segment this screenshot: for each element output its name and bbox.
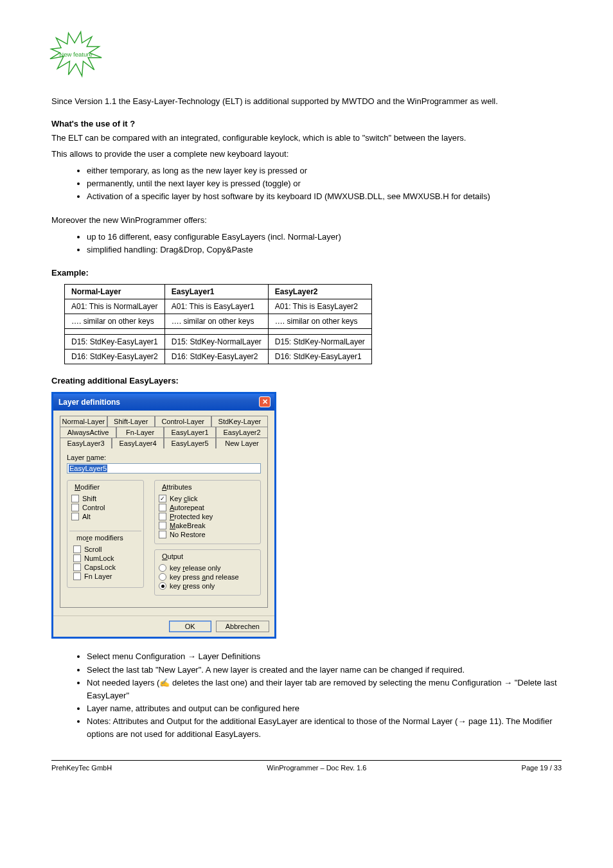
attributes-legend: Attributes bbox=[160, 483, 193, 491]
table-row: D15: StdKey-EasyLayer1D15: StdKey-Normal… bbox=[65, 335, 372, 350]
checkbox-scroll[interactable] bbox=[73, 545, 81, 553]
tab-alwaysactive[interactable]: AlwaysActive bbox=[60, 427, 116, 438]
bullet-item: Not needed layers (✍ deletes the last on… bbox=[87, 677, 562, 702]
checkbox-shift[interactable] bbox=[71, 495, 79, 502]
checkbox-capslock[interactable] bbox=[73, 563, 81, 571]
bullet-list-1: either temporary, as long as the new lay… bbox=[51, 164, 562, 203]
bullet-item: simplified handling: Drag&Drop, Copy&Pas… bbox=[87, 244, 562, 256]
table-row: A01: This is NormalLayerA01: This is Eas… bbox=[65, 299, 372, 314]
table-row: D16: StdKey-EasyLayer2D16: StdKey-EasyLa… bbox=[65, 350, 372, 364]
tab-stdkey-layer[interactable]: StdKey-Layer bbox=[211, 416, 268, 427]
layer-name-label: Layer name: bbox=[67, 454, 261, 461]
tab-easylayer5[interactable]: EasyLayer5 bbox=[164, 438, 216, 448]
creating-bullets: Select menu Configuration → Layer Defini… bbox=[51, 650, 562, 741]
attributes-fieldset: Attributes ✓Key click Autorepeat Protect… bbox=[154, 480, 261, 544]
modifier-fieldset: Modifier Shift Control Alt more modifier… bbox=[67, 480, 144, 588]
checkbox-autorepeat[interactable] bbox=[159, 504, 166, 511]
example-table: Normal-Layer EasyLayer1 EasyLayer2 A01: … bbox=[64, 284, 372, 364]
creating-title: Creating additional EasyLayers: bbox=[51, 376, 562, 385]
output-fieldset: Output key release only key press and re… bbox=[154, 549, 261, 596]
checkbox-numlock[interactable] bbox=[73, 554, 81, 562]
section-whats-use-title: What's the use of it ? bbox=[51, 119, 562, 128]
table-header: EasyLayer1 bbox=[164, 285, 268, 299]
tab-control-layer[interactable]: Control-Layer bbox=[155, 416, 211, 427]
table-row bbox=[65, 329, 372, 335]
example-title: Example: bbox=[51, 268, 562, 278]
bullets-intro-1: This allows to provide the user a comple… bbox=[51, 148, 562, 161]
tab-easylayer4[interactable]: EasyLayer4 bbox=[112, 438, 164, 448]
checkbox-makebreak[interactable] bbox=[159, 522, 166, 529]
ok-button[interactable]: OK bbox=[169, 621, 211, 632]
table-header-row: Normal-Layer EasyLayer1 EasyLayer2 bbox=[65, 285, 372, 299]
bullet-item: either temporary, as long as the new lay… bbox=[87, 164, 562, 177]
tabs-container: Normal-Layer Shift-Layer Control-Layer S… bbox=[60, 416, 268, 608]
dialog-titlebar[interactable]: Layer definitions ✕ bbox=[53, 394, 274, 411]
bullet-item: Select the last tab "New Layer". A new l… bbox=[87, 664, 562, 677]
table-row: …. similar on other keys…. similar on ot… bbox=[65, 314, 372, 329]
output-legend: Output bbox=[160, 553, 185, 560]
tab-easylayer3[interactable]: EasyLayer3 bbox=[60, 438, 112, 448]
page-footer: PrehKeyTec GmbH WinProgrammer – Doc Rev.… bbox=[51, 760, 562, 772]
tab-new-layer[interactable]: New Layer bbox=[216, 438, 268, 448]
footer-right: Page 19 / 33 bbox=[522, 764, 562, 772]
cancel-button[interactable]: Abbrechen bbox=[216, 621, 269, 632]
layer-name-input[interactable]: EasyLayer5 bbox=[67, 463, 261, 474]
more-modifiers-fieldset: more modifiers Scroll NumLock CapsLock F… bbox=[69, 531, 141, 585]
bullet-list-2: up to 16 different, easy configurable Ea… bbox=[51, 231, 562, 256]
pointer-icon: ✍ bbox=[159, 678, 170, 687]
checkbox-norestore[interactable] bbox=[159, 531, 166, 538]
starburst-graphic: New feature bbox=[45, 26, 562, 83]
table-header: EasyLayer2 bbox=[268, 285, 371, 299]
bullet-item: up to 16 different, easy configurable Ea… bbox=[87, 231, 562, 244]
modifier-legend: Modifier bbox=[73, 483, 102, 491]
table-header: Normal-Layer bbox=[65, 285, 165, 299]
footer-left: PrehKeyTec GmbH bbox=[51, 764, 112, 772]
checkbox-keyclick[interactable]: ✓ bbox=[159, 495, 166, 502]
close-icon[interactable]: ✕ bbox=[259, 396, 271, 407]
arrow-right-icon: → bbox=[458, 716, 466, 726]
bullet-item: Notes: Attributes and Output for the add… bbox=[87, 715, 562, 741]
bullet-item: Layer name, attributes and output can be… bbox=[87, 702, 562, 715]
checkbox-fnlayer[interactable] bbox=[73, 572, 81, 580]
tab-fn-layer[interactable]: Fn-Layer bbox=[116, 427, 164, 438]
starburst-label: New feature bbox=[59, 51, 92, 58]
tab-easylayer1[interactable]: EasyLayer1 bbox=[164, 427, 216, 438]
tab-normal-layer[interactable]: Normal-Layer bbox=[60, 416, 107, 427]
dialog-title: Layer definitions bbox=[58, 398, 120, 407]
radio-press-only[interactable] bbox=[159, 582, 166, 590]
more-modifiers-legend: more modifiers bbox=[75, 534, 125, 542]
bullet-item: permanently, until the next layer key is… bbox=[87, 177, 562, 190]
tab-shift-layer[interactable]: Shift-Layer bbox=[107, 416, 155, 427]
bullets-intro-2: Moreover the new WinProgrammer offers: bbox=[51, 215, 562, 227]
section-whats-use-body: The ELT can be compared with an integrat… bbox=[51, 132, 562, 145]
layer-definitions-dialog: Layer definitions ✕ Normal-Layer Shift-L… bbox=[51, 392, 276, 639]
intro-paragraph: Since Version 1.1 the Easy-Layer-Technol… bbox=[51, 96, 562, 107]
radio-release-only[interactable] bbox=[159, 564, 166, 572]
checkbox-control[interactable] bbox=[71, 504, 79, 511]
checkbox-alt[interactable] bbox=[71, 513, 79, 520]
bullet-item: Select menu Configuration → Layer Defini… bbox=[87, 650, 562, 663]
bullet-item: Activation of a specific layer by host s… bbox=[87, 190, 562, 203]
checkbox-protected[interactable] bbox=[159, 513, 166, 520]
radio-press-and-release[interactable] bbox=[159, 573, 166, 581]
footer-center: WinProgrammer – Doc Rev. 1.6 bbox=[267, 764, 366, 772]
tab-easylayer2[interactable]: EasyLayer2 bbox=[216, 427, 268, 438]
